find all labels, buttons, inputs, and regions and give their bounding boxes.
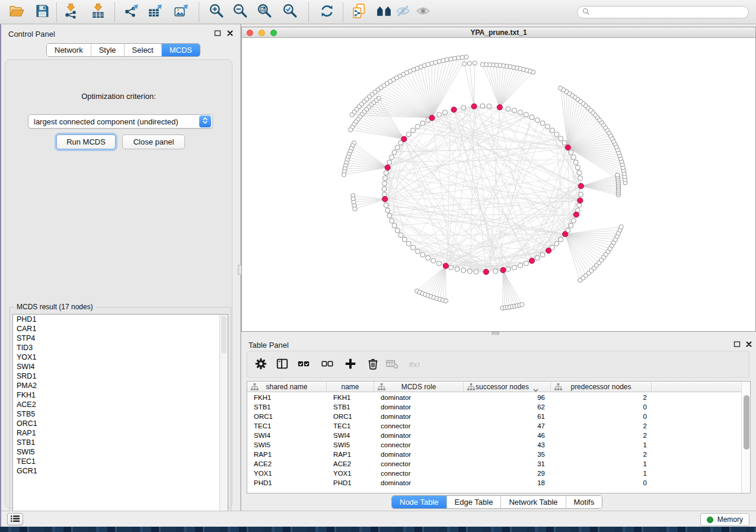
toolbar-open-session-button[interactable] [6,3,26,21]
table-toolbar-delete-column-button[interactable] [364,357,382,373]
cell-name: FKH1 [327,393,374,402]
toolbar-import-network-from-file-button[interactable] [60,3,81,21]
toolbar-export-image-button[interactable] [171,3,191,21]
cell-shared-name: YOX1 [247,469,327,478]
toolbar-zoom-fit-button[interactable] [254,3,275,21]
mcds-result-item[interactable]: CAR1 [13,324,228,334]
close-panel-action-button[interactable]: Close panel [122,134,185,149]
horizontal-split-grip[interactable] [492,332,499,335]
toolbar-export-table-button[interactable] [145,3,165,21]
run-mcds-button[interactable]: Run MCDS [56,134,116,149]
table-row[interactable]: PHD1 PHD1 dominator 18 0 [247,478,741,488]
table-toolbar-select-all-rows-button[interactable] [295,357,312,373]
mcds-result-item[interactable]: ACE2 [13,400,228,409]
table-row[interactable]: FKH1 FKH1 dominator 96 2 [247,393,741,402]
float-panel-button[interactable] [213,29,222,39]
column-header-predecessor-nodes[interactable]: predecessor nodes [551,382,652,392]
mcds-result-item[interactable]: TEC1 [13,457,228,466]
cell-shared-name: ORC1 [247,412,327,421]
tab-network[interactable]: Network [47,44,91,56]
toolbar-import-table-from-file-button[interactable] [88,3,108,21]
mcds-result-item[interactable]: STB1 [13,438,228,447]
table-row[interactable]: ORC1 ORC1 dominator 61 0 [247,412,741,421]
select-spinner-icon [199,116,211,127]
column-header-successor-nodes[interactable]: successor nodes [464,382,551,392]
mcds-result-item[interactable]: FKH1 [13,390,228,400]
mcds-result-item[interactable]: STP4 [13,334,228,343]
table-toolbar-settings-gear-button[interactable] [252,357,270,373]
tab-select[interactable]: Select [124,44,161,56]
table-row[interactable]: SWI5 SWI5 connector 43 1 [247,440,741,450]
mcds-result-item[interactable]: ORC1 [13,419,228,428]
tab-mcds[interactable]: MCDS [161,44,200,56]
toolbar-show-all-button [413,3,433,21]
search-box[interactable] [577,6,749,18]
cell-successor-nodes: 62 [464,402,551,412]
mcds-result-group: MCDS result (17 nodes) PHD1CAR1STP4TID3Y… [9,307,231,532]
mcds-result-item[interactable]: SRD1 [13,371,228,381]
export-network-icon [123,3,139,21]
table-row[interactable]: YOX1 YOX1 connector 29 1 [247,469,741,478]
zoom-fit-icon [257,3,273,21]
cell-shared-name: PHD1 [247,478,327,488]
table-row[interactable]: SWI4 SWI4 dominator 46 2 [247,431,741,440]
cell-mcds-role: dominator [374,412,464,421]
cell-name: PHD1 [327,478,374,488]
network-title: YPA_prune.txt_1 [242,27,755,38]
column-header-name[interactable]: name [327,382,374,392]
mcds-list-scrollbar[interactable] [219,315,228,529]
optimization-criterion-select[interactable]: largest connected component (undirected) [28,114,213,129]
table-toolbar-deselect-all-rows-button[interactable] [318,357,336,373]
zoom-selected-icon [282,3,298,21]
column-header-filler [652,382,741,392]
toolbar-zoom-out-button[interactable] [230,3,250,21]
network-canvas[interactable] [242,38,755,331]
toolbar-export-network-button[interactable] [121,3,141,21]
table-row[interactable]: STB1 STB1 dominator 62 0 [247,402,741,412]
cell-successor-nodes: 29 [464,469,551,478]
close-table-panel-button[interactable] [744,340,754,350]
mcds-result-item[interactable]: TID3 [13,343,228,352]
optimization-criterion-label: Optimization criterion: [5,92,232,101]
toolbar-new-network-from-selection-button[interactable] [349,3,369,21]
memory-button[interactable]: Memory [700,513,749,526]
table-row[interactable]: TEC1 TEC1 connector 47 2 [247,421,741,431]
toolbar-zoom-in-button[interactable] [206,3,227,21]
node-table: shared name name MCDS role successor nod… [247,381,751,493]
mcds-result-item[interactable]: SWI4 [13,362,228,371]
mcds-result-item[interactable]: STB5 [13,409,228,419]
tab-node-table[interactable]: Node Table [392,496,446,508]
mcds-result-item[interactable]: PMA2 [13,381,228,390]
table-row[interactable]: ACE2 ACE2 connector 31 1 [247,459,741,469]
table-toolbar-add-column-button[interactable] [342,357,359,373]
tab-motifs[interactable]: Motifs [566,496,602,508]
toolbar-refresh-network-button[interactable] [317,3,337,21]
close-panel-button[interactable] [225,29,235,39]
mcds-result-item[interactable]: YOX1 [13,352,228,362]
tab-edge-table[interactable]: Edge Table [446,496,501,508]
float-window-icon [214,28,221,39]
toolbar-save-session-button[interactable] [32,3,52,21]
attribute-type-icon [467,383,475,390]
hide-selected-icon [395,3,411,21]
float-table-panel-button[interactable] [732,340,742,350]
cell-mcds-role: dominator [374,450,464,459]
toolbar-first-neighbors-button[interactable] [374,3,394,21]
cell-name: STB1 [327,402,374,412]
table-toolbar-show-column-panel-button[interactable] [273,357,291,373]
mcds-result-item[interactable]: SWI5 [13,447,228,457]
tab-style[interactable]: Style [91,44,124,56]
search-input[interactable] [590,8,748,17]
toolbar-zoom-selected-button[interactable] [280,3,300,21]
sort-indicator-icon [533,385,538,389]
mcds-result-item[interactable]: GCR1 [13,466,228,476]
mcds-result-item[interactable]: RAP1 [13,428,228,438]
table-row[interactable]: RAP1 RAP1 dominator 35 2 [247,450,741,459]
table-scrollbar[interactable] [741,382,750,493]
column-header-MCDS-role[interactable]: MCDS role [374,382,464,392]
mcds-result-item[interactable]: PHD1 [13,315,228,324]
tab-network-table[interactable]: Network Table [500,496,565,508]
column-header-shared-name[interactable]: shared name [247,382,327,392]
status-menu-button[interactable] [7,513,23,525]
mcds-result-list[interactable]: PHD1CAR1STP4TID3YOX1SWI4SRD1PMA2FKH1ACE2… [12,314,228,530]
